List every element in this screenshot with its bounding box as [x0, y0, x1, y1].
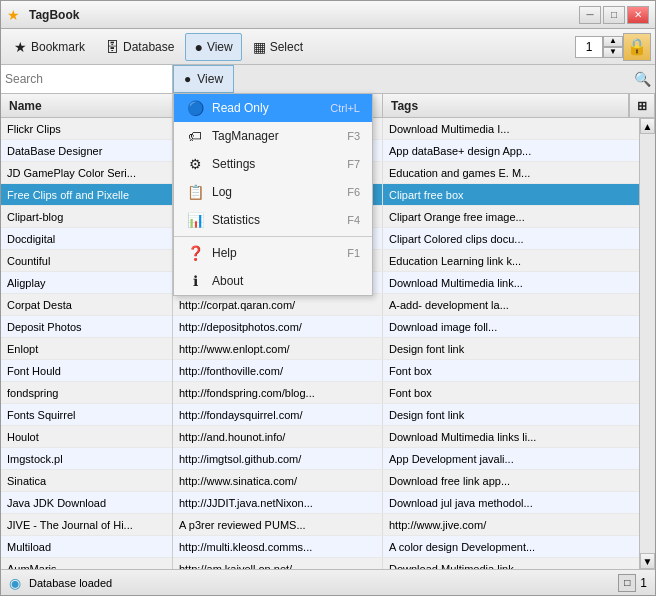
table-row[interactable]: Imgstock.pl [1, 448, 172, 470]
database-icon: 🗄 [105, 39, 119, 55]
menu-item-settings[interactable]: ⚙SettingsF7 [174, 150, 372, 178]
tags-cell: Download Multimedia links li... [383, 426, 639, 447]
tags-cell: A color design Development... [383, 536, 639, 557]
table-row[interactable]: http://JJDIT.java.netNixon...Download ju… [173, 492, 639, 514]
view-menu-button[interactable]: ● View [173, 65, 234, 93]
toolbar-right: 1 ▲ ▼ 🔒 [575, 33, 651, 61]
table-row[interactable]: Houlot [1, 426, 172, 448]
tags-cell: http://www.jive.com/ [383, 514, 639, 535]
app-title: TagBook [29, 8, 579, 22]
spin-down-button[interactable]: ▼ [603, 47, 623, 58]
tags-cell: Education and games E. M... [383, 162, 639, 183]
select-label: Select [270, 40, 303, 54]
scroll-up-button[interactable]: ▲ [640, 118, 655, 134]
menu-item-about[interactable]: ℹAbout [174, 267, 372, 295]
table-row[interactable]: Java JDK Download [1, 492, 172, 514]
table-row[interactable]: Corpat Desta [1, 294, 172, 316]
table-row[interactable]: Fonts Squirrel [1, 404, 172, 426]
spin-control: ▲ ▼ [603, 36, 623, 58]
table-row[interactable]: Aligplay [1, 272, 172, 294]
menu-icon-about: ℹ [186, 272, 204, 290]
address-cell: http://www.enlopt.com/ [173, 338, 383, 359]
search-right-area: 🔍 [234, 65, 655, 93]
search-input[interactable] [5, 72, 168, 86]
select-button[interactable]: ▦ Select [244, 33, 312, 61]
status-bar: ◉ Database loaded □ 1 [1, 569, 655, 595]
search-menu-bar: ● View 🔵Read OnlyCtrl+L🏷TagManagerF3⚙Set… [1, 65, 655, 94]
table-row[interactable]: Multiload [1, 536, 172, 558]
table-row[interactable]: Sinatica [1, 470, 172, 492]
menu-icon-log: 📋 [186, 183, 204, 201]
table-row[interactable]: JIVE - The Journal of Hi... [1, 514, 172, 536]
address-cell: http://fonthoville.com/ [173, 360, 383, 381]
expand-header[interactable]: ⊞ [629, 94, 655, 117]
table-row[interactable]: AumMaris [1, 558, 172, 569]
table-row[interactable]: Deposit Photos [1, 316, 172, 338]
database-button[interactable]: 🗄 Database [96, 33, 183, 61]
table-row[interactable]: Docdigital [1, 228, 172, 250]
name-rows: Flickr ClipsDataBase DesignerJD GamePlay… [1, 118, 172, 569]
view-icon: ● [194, 39, 202, 55]
table-row[interactable]: Font Hould [1, 360, 172, 382]
table-row[interactable]: http://fonthoville.com/Font box [173, 360, 639, 382]
tags-cell: Download free link app... [383, 470, 639, 491]
name-column-header: Name [1, 94, 172, 118]
tags-cell: Download Multimedia I... [383, 118, 639, 139]
close-button[interactable]: ✕ [627, 6, 649, 24]
table-row[interactable]: Flickr Clips [1, 118, 172, 140]
menu-item-help[interactable]: ❓HelpF1 [174, 239, 372, 267]
menu-item-tag-manager[interactable]: 🏷TagManagerF3 [174, 122, 372, 150]
scroll-down-button[interactable]: ▼ [640, 553, 655, 569]
view-menu-container: ● View 🔵Read OnlyCtrl+L🏷TagManagerF3⚙Set… [173, 65, 234, 93]
view-dropdown: 🔵Read OnlyCtrl+L🏷TagManagerF3⚙SettingsF7… [173, 93, 373, 296]
table-row[interactable]: http://www.enlopt.com/Design font link [173, 338, 639, 360]
minimize-button[interactable]: ─ [579, 6, 601, 24]
bookmark-label: Bookmark [31, 40, 85, 54]
table-row[interactable]: http://fondaysquirrel.com/Design font li… [173, 404, 639, 426]
table-row[interactable]: http://corpat.qaran.com/A-add- developme… [173, 294, 639, 316]
view-menu-icon: ● [184, 72, 191, 86]
table-row[interactable]: Countiful [1, 250, 172, 272]
menu-item-log[interactable]: 📋LogF6 [174, 178, 372, 206]
table-row[interactable]: Free Clips off and Pixelle [1, 184, 172, 206]
maximize-button[interactable]: □ [603, 6, 625, 24]
tags-column-header: Tags [383, 94, 629, 117]
tags-cell: App dataBase+ design App... [383, 140, 639, 161]
address-cell: http://fondspring.com/blog... [173, 382, 383, 403]
table-row[interactable]: fondspring [1, 382, 172, 404]
table-row[interactable]: http://am.kaivell.on.net/Download Multim… [173, 558, 639, 569]
view-menu-label: View [197, 72, 223, 86]
menu-item-statistics[interactable]: 📊StatisticsF4 [174, 206, 372, 234]
address-cell: http://depositphotos.com/ [173, 316, 383, 337]
address-cell: http://am.kaivell.on.net/ [173, 558, 383, 569]
table-row[interactable]: http://fondspring.com/blog...Font box [173, 382, 639, 404]
table-row[interactable]: A p3rer reviewed PUMS...http://www.jive.… [173, 514, 639, 536]
menu-label-settings: Settings [212, 157, 339, 171]
table-row[interactable]: http://depositphotos.com/Download image … [173, 316, 639, 338]
table-row[interactable]: Enlopt [1, 338, 172, 360]
table-row[interactable]: DataBase Designer [1, 140, 172, 162]
table-row[interactable]: http://and.hounot.info/Download Multimed… [173, 426, 639, 448]
menu-item-read-only[interactable]: 🔵Read OnlyCtrl+L [174, 94, 372, 122]
table-row[interactable]: JD GamePlay Color Seri... [1, 162, 172, 184]
menu-label-help: Help [212, 246, 339, 260]
app-icon: ★ [7, 7, 23, 23]
menu-shortcut-log: F6 [347, 186, 360, 198]
bookmark-button[interactable]: ★ Bookmark [5, 33, 94, 61]
scroll-track[interactable] [640, 134, 655, 553]
menu-shortcut-settings: F7 [347, 158, 360, 170]
tags-cell: Clipart Orange free image... [383, 206, 639, 227]
tags-cell: Font box [383, 382, 639, 403]
table-row[interactable]: http://imgtsol.github.com/App Developmen… [173, 448, 639, 470]
view-button[interactable]: ● View [185, 33, 241, 61]
address-cell: http://fondaysquirrel.com/ [173, 404, 383, 425]
table-row[interactable]: http://www.sinatica.com/Download free li… [173, 470, 639, 492]
lock-button[interactable]: 🔒 [623, 33, 651, 61]
spin-up-button[interactable]: ▲ [603, 36, 623, 47]
table-row[interactable]: http://multi.kleosd.comms...A color desi… [173, 536, 639, 558]
search-icon[interactable]: 🔍 [634, 71, 651, 87]
name-panel: Name Flickr ClipsDataBase DesignerJD Gam… [1, 94, 173, 569]
table-row[interactable]: Clipart-blog [1, 206, 172, 228]
menu-shortcut-statistics: F4 [347, 214, 360, 226]
window-controls: ─ □ ✕ [579, 6, 649, 24]
